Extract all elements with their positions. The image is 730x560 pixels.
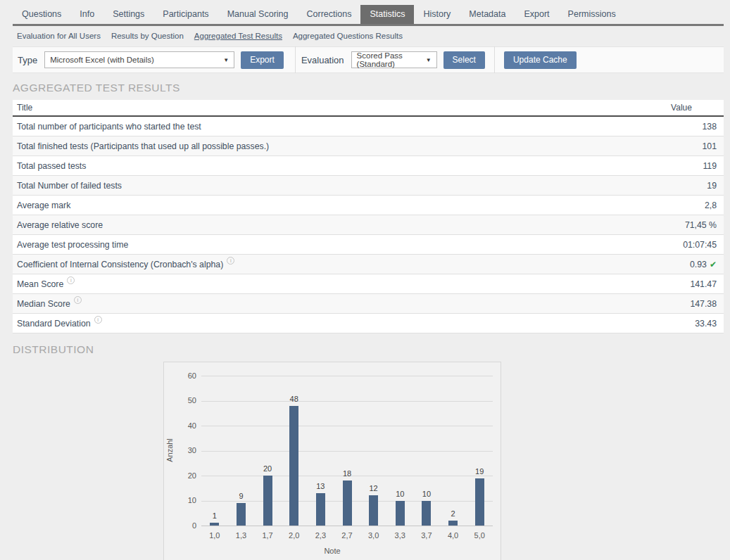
x-axis-tick: 2,3 (308, 531, 333, 540)
row-title-text: Total number of participants who started… (17, 122, 201, 132)
evaluation-select[interactable]: Scored Pass (Standard) ▼ (351, 51, 437, 68)
table-row: Average relative score71,45 % (13, 215, 724, 235)
row-title-text: Total passed tests (17, 161, 86, 171)
row-value: 138 (639, 122, 724, 132)
tab-statistics[interactable]: Statistics (360, 5, 414, 24)
tab-metadata[interactable]: Metadata (460, 5, 515, 24)
tab-corrections[interactable]: Corrections (297, 5, 360, 24)
y-axis-tick: 10 (172, 496, 196, 504)
table-body: Total number of participants who started… (13, 117, 724, 333)
type-select-value: Microsoft Excel (with Details) (50, 56, 154, 64)
table-row: Total finished tests (Participants that … (13, 136, 724, 156)
info-icon[interactable]: i (74, 296, 82, 304)
tab-manual-scoring[interactable]: Manual Scoring (218, 5, 298, 24)
tab-info[interactable]: Info (70, 5, 103, 24)
row-title: Median Scorei (13, 299, 639, 309)
info-icon[interactable]: i (67, 276, 75, 284)
gridline (201, 376, 493, 376)
gridline (201, 451, 493, 452)
subnav-item-aggregated-questions-results[interactable]: Aggregated Questions Results (293, 32, 403, 40)
row-title: Standard Deviationi (13, 319, 639, 329)
x-axis-tick: 3,3 (387, 531, 413, 540)
row-value: 141.47 (639, 279, 724, 289)
x-axis-tick: 2,7 (334, 531, 360, 540)
bar-value-label: 48 (282, 395, 307, 403)
divider (295, 46, 296, 73)
row-title-text: Total finished tests (Participants that … (17, 141, 269, 151)
row-value: 0.93✔ (639, 260, 724, 269)
table-row: Average mark2,8 (13, 196, 724, 215)
distribution-title: DISTRIBUTION (13, 343, 730, 356)
row-title: Coefficient of Internal Consistency (Cro… (13, 260, 639, 269)
bar-value-label: 12 (361, 484, 386, 492)
table-row: Standard Deviationi33.43 (13, 314, 724, 333)
row-title-text: Mean Score (17, 279, 63, 289)
bar-2-0 (289, 406, 298, 526)
bar-3-3 (396, 501, 405, 526)
row-title: Total number of participants who started… (13, 122, 639, 132)
select-button[interactable]: Select (443, 51, 485, 69)
bar-value-label: 9 (228, 492, 253, 500)
row-value: 147.38 (639, 299, 724, 309)
tab-participants[interactable]: Participants (153, 5, 218, 24)
sub-nav: Evaluation for All UsersResults by Quest… (0, 26, 730, 44)
y-axis-tick: 30 (172, 446, 196, 454)
tab-permissions[interactable]: Permissions (559, 5, 625, 24)
row-value: 71,45 % (639, 220, 724, 230)
update-cache-button[interactable]: Update Cache (504, 51, 577, 69)
table-row: Total Number of failed tests19 (13, 176, 724, 196)
row-value: 119 (639, 161, 724, 171)
bar-2-7 (343, 481, 352, 526)
controls-bar: Type Microsoft Excel (with Details) ▼ Ex… (13, 46, 724, 73)
results-table: Title Value Total number of participants… (13, 100, 724, 333)
chevron-down-icon: ▼ (223, 57, 229, 63)
gridline (201, 426, 493, 426)
subnav-item-evaluation-for-all-users[interactable]: Evaluation for All Users (17, 32, 101, 40)
bar-1-0 (210, 523, 219, 526)
row-title: Total Number of failed tests (13, 181, 639, 191)
table-header: Title Value (13, 100, 724, 117)
row-title: Average relative score (13, 220, 639, 230)
bar-value-label: 13 (308, 482, 333, 490)
x-axis-tick: 1,0 (202, 531, 227, 540)
x-axis-tick: 1,3 (228, 531, 253, 540)
check-icon: ✔ (710, 260, 717, 269)
y-axis-tick: 50 (172, 396, 196, 405)
info-icon[interactable]: i (227, 257, 234, 265)
row-title: Average mark (13, 201, 639, 210)
row-title: Total finished tests (Participants that … (13, 141, 639, 151)
x-axis-tick: 5,0 (467, 531, 492, 540)
row-value: 2,8 (639, 201, 724, 210)
gridline (201, 401, 493, 402)
subnav-item-results-by-question[interactable]: Results by Question (111, 32, 184, 40)
bar-3-7 (422, 501, 431, 526)
tab-questions[interactable]: Questions (13, 5, 70, 24)
top-nav-tabs: QuestionsInfoSettingsParticipantsManual … (0, 0, 730, 24)
aggregated-test-results-title: AGGREGATED TEST RESULTS (13, 82, 730, 94)
bar-value-label: 19 (467, 467, 492, 476)
row-title-text: Average relative score (17, 220, 103, 230)
x-axis-title: Note (164, 547, 501, 555)
tab-history[interactable]: History (414, 5, 460, 24)
row-title-text: Total Number of failed tests (17, 181, 122, 191)
table-row: Mean Scorei141.47 (13, 274, 724, 294)
tab-export[interactable]: Export (515, 5, 558, 24)
tab-settings[interactable]: Settings (103, 5, 153, 24)
row-value: 01:07:45 (639, 240, 724, 250)
subnav-item-aggregated-test-results[interactable]: Aggregated Test Results (194, 32, 282, 40)
row-title-text: Median Score (17, 299, 70, 309)
bar-value-label: 20 (255, 464, 280, 473)
table-row: Total number of participants who started… (13, 117, 724, 136)
y-axis-tick: 40 (172, 421, 196, 430)
export-button[interactable]: Export (241, 51, 284, 69)
bar-value-label: 2 (441, 509, 466, 518)
gridline (201, 526, 493, 526)
info-icon[interactable]: i (94, 316, 102, 324)
type-select[interactable]: Microsoft Excel (with Details) ▼ (44, 51, 234, 68)
x-axis-tick: 3,7 (414, 531, 439, 540)
row-title-text: Average mark (17, 201, 70, 210)
bar-value-label: 1 (202, 511, 227, 520)
type-label: Type (18, 55, 37, 65)
bar-4-0 (448, 521, 458, 526)
row-value: 33.43 (639, 319, 724, 329)
